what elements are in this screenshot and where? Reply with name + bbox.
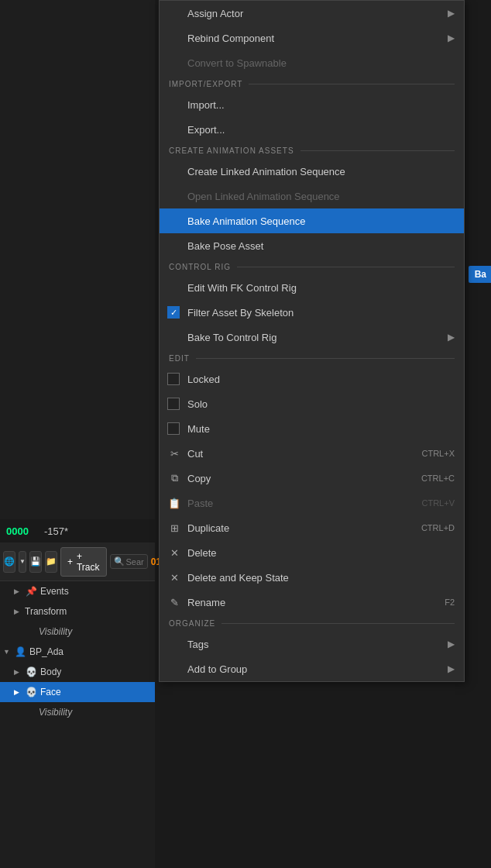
edit-fk-control-rig-label: Edit With FK Control Rig (187, 282, 297, 294)
mute-checkbox (167, 422, 180, 435)
cut-label: Cut (187, 448, 203, 460)
bake-anim-seq-label: Bake Animation Sequence (187, 215, 306, 227)
export-item[interactable]: Export... (160, 117, 464, 142)
context-menu: Assign Actor ▶ Rebind Component ▶ Conver… (159, 0, 465, 682)
open-linked-anim-item: Open Linked Animation Sequence (160, 184, 464, 208)
tree-item-events[interactable]: ▶ 📌 Events (0, 581, 155, 601)
paste-label: Paste (187, 498, 213, 509)
delete-label: Delete (187, 547, 217, 559)
add-track-label: + Track (77, 551, 100, 573)
duplicate-icon: ⊞ (167, 521, 181, 535)
save-btn[interactable]: 💾 (29, 551, 42, 573)
import-label: Import... (187, 99, 225, 111)
export-label: Export... (187, 124, 225, 136)
paste-shortcut: CTRL+V (422, 498, 455, 508)
assign-actor-arrow: ▶ (448, 8, 455, 19)
rebind-component-item[interactable]: Rebind Component ▶ (160, 26, 464, 50)
cut-icon: ✂ (167, 446, 181, 460)
visibility-label: Visibility (23, 626, 72, 637)
copy-icon: ⧉ (167, 471, 181, 485)
delete-keep-state-icon: ✕ (167, 570, 181, 584)
edit-fk-control-rig-item[interactable]: Edit With FK Control Rig (160, 275, 464, 300)
bake-pose-asset-item[interactable]: Bake Pose Asset (160, 233, 464, 258)
tags-arrow: ▶ (448, 639, 455, 649)
mute-label: Mute (187, 423, 210, 435)
tags-label: Tags (187, 639, 208, 650)
copy-label: Copy (187, 473, 211, 484)
copy-shortcut: CTRL+C (421, 474, 455, 483)
rename-label: Rename (187, 597, 225, 608)
sequencer-tree: ▶ 📌 Events ▶ Transform Visibility ▼ 👤 BP… (0, 581, 155, 868)
globe-btn[interactable]: 🌐 (3, 551, 15, 573)
bake-to-control-rig-item[interactable]: Bake To Control Rig ▶ (160, 325, 464, 350)
assign-actor-item[interactable]: Assign Actor ▶ (160, 1, 464, 26)
cut-item[interactable]: ✂ Cut CTRL+X (160, 441, 464, 466)
tree-item-face[interactable]: ▶ 💀 Face (0, 682, 155, 702)
tree-item-transform[interactable]: ▶ Transform (0, 601, 155, 622)
rename-item[interactable]: ✎ Rename F2 (160, 590, 464, 615)
face-label: Face (40, 687, 61, 698)
tree-item-bp-ada[interactable]: ▼ 👤 BP_Ada (0, 642, 155, 662)
solo-checkbox (167, 398, 180, 410)
mute-item[interactable]: Mute (160, 416, 464, 441)
locked-item[interactable]: Locked (160, 367, 464, 391)
add-track-button[interactable]: + + Track (60, 547, 107, 577)
tree-arrow-events: ▶ (14, 587, 22, 595)
bake-pose-asset-label: Bake Pose Asset (187, 240, 263, 252)
rename-icon: ✎ (167, 595, 181, 609)
tree-item-visibility[interactable]: Visibility (0, 622, 155, 642)
duplicate-label: Duplicate (187, 522, 229, 534)
create-linked-anim-label: Create Linked Animation Sequence (187, 166, 345, 177)
open-linked-anim-label: Open Linked Animation Sequence (187, 191, 340, 202)
sequencer-toolbar: 🌐 ▼ 💾 📁 + + Track 🔍 Sear 01 (0, 542, 155, 581)
bake-tooltip: Ba (469, 266, 491, 283)
folder-btn[interactable]: 📁 (45, 551, 57, 573)
dropdown-btn[interactable]: ▼ (19, 551, 26, 573)
bake-to-control-rig-label: Bake To Control Rig (187, 332, 276, 343)
convert-spawnable-label: Convert to Spawnable (187, 57, 287, 69)
assign-actor-label: Assign Actor (187, 8, 243, 19)
tree-arrow-body: ▶ (14, 668, 22, 676)
delete-icon: ✕ (167, 546, 181, 560)
solo-label: Solo (187, 398, 208, 410)
copy-item[interactable]: ⧉ Copy CTRL+C (160, 466, 464, 491)
rebind-component-arrow: ▶ (448, 33, 455, 43)
duplicate-item[interactable]: ⊞ Duplicate CTRL+D (160, 515, 464, 540)
search-text: Sear (126, 557, 144, 567)
create-anim-header: CREATE ANIMATION ASSETS (160, 142, 464, 159)
duplicate-shortcut: CTRL+D (421, 523, 455, 532)
bp-ada-label: BP_Ada (29, 646, 64, 657)
rebind-component-label: Rebind Component (187, 33, 274, 44)
bake-anim-seq-item[interactable]: Bake Animation Sequence (160, 208, 464, 233)
rename-shortcut: F2 (445, 598, 455, 607)
tags-item[interactable]: Tags ▶ (160, 632, 464, 656)
add-to-group-label: Add to Group (187, 663, 247, 675)
bp-ada-icon: 👤 (14, 646, 26, 658)
import-item[interactable]: Import... (160, 92, 464, 117)
paste-icon: 📋 (167, 496, 181, 510)
import-export-header: IMPORT/EXPORT (160, 75, 464, 92)
tree-arrow-bp-ada: ▼ (3, 648, 11, 656)
tree-arrow-face: ▶ (14, 688, 22, 696)
current-time: 0000 (6, 525, 29, 537)
edit-header: EDIT (160, 350, 464, 367)
delete-item[interactable]: ✕ Delete (160, 540, 464, 565)
add-to-group-item[interactable]: Add to Group ▶ (160, 656, 464, 681)
tree-item-visibility2[interactable]: Visibility (0, 702, 155, 722)
timeline-numbers: 0000 -157* (0, 519, 155, 542)
filter-asset-skeleton-item[interactable]: ✓ Filter Asset By Skeleton (160, 300, 464, 325)
locked-checkbox (167, 373, 180, 385)
tree-arrow-transform: ▶ (14, 608, 22, 615)
face-icon: 💀 (25, 686, 37, 698)
tree-item-body[interactable]: ▶ 💀 Body (0, 662, 155, 682)
filter-asset-skeleton-label: Filter Asset By Skeleton (187, 307, 294, 319)
filter-asset-checkbox: ✓ (167, 306, 180, 319)
delete-keep-state-item[interactable]: ✕ Delete and Keep State (160, 565, 464, 590)
solo-item[interactable]: Solo (160, 391, 464, 416)
create-linked-anim-item[interactable]: Create Linked Animation Sequence (160, 159, 464, 184)
time-offset: -157* (44, 525, 68, 537)
body-icon: 💀 (25, 666, 37, 678)
locked-label: Locked (187, 374, 220, 385)
plus-icon: + (67, 556, 73, 567)
bake-to-control-rig-arrow: ▶ (448, 332, 455, 343)
